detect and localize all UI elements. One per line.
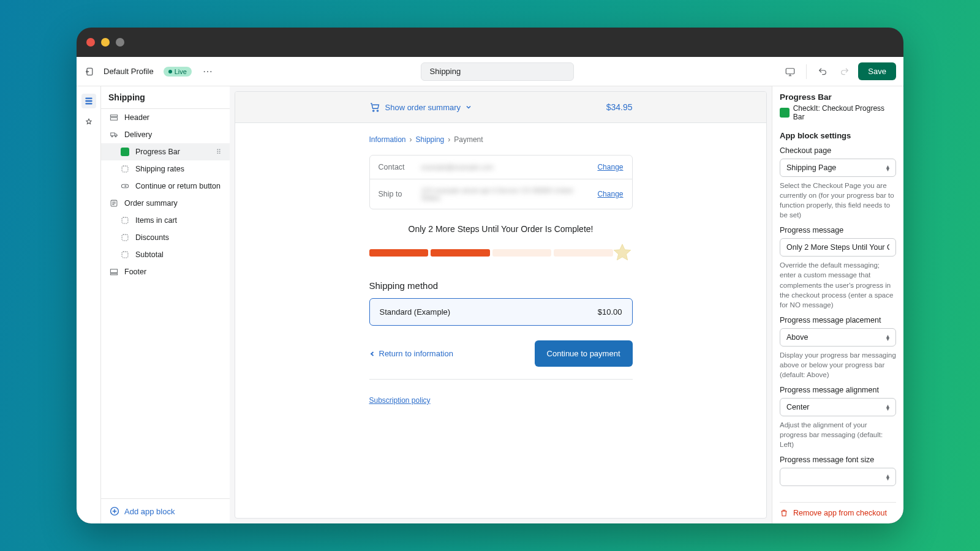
plus-circle-icon	[110, 506, 119, 516]
generic-icon	[121, 250, 129, 259]
svg-rect-14	[122, 252, 128, 258]
chevron-right-icon: ›	[410, 135, 412, 144]
svg-rect-15	[110, 269, 117, 273]
align-label: Progress message alignment	[780, 386, 896, 394]
add-app-block[interactable]: Add app block	[101, 499, 230, 523]
page-select[interactable]: Shipping	[421, 62, 574, 81]
browser-frame: Default Profile Live ⋯ Shipping Save	[77, 28, 903, 523]
generic-icon	[121, 233, 129, 242]
maximize-window[interactable]	[116, 38, 124, 47]
topbar: Default Profile Live ⋯ Shipping Save	[77, 57, 903, 86]
profile-name: Default Profile	[104, 67, 154, 76]
align-select[interactable]: Center▴▾	[780, 398, 896, 416]
app-icon	[121, 148, 129, 156]
header-icon	[110, 113, 118, 122]
contact-change[interactable]: Change	[597, 163, 623, 171]
rates-icon	[121, 165, 129, 173]
rail-sections-icon[interactable]	[81, 94, 96, 108]
show-summary-toggle[interactable]: Show order summary	[369, 102, 472, 113]
select-chevron-icon: ▴▾	[886, 474, 889, 480]
section-progress-bar[interactable]: Progress Bar⠿	[101, 143, 230, 160]
progress-seg-2	[431, 249, 490, 257]
placement-select[interactable]: Above▴▾	[780, 328, 896, 347]
page-select-label: Shipping	[430, 67, 461, 76]
close-window[interactable]	[86, 38, 95, 47]
fontsize-select[interactable]: ▴▾	[780, 468, 896, 486]
undo-icon[interactable]	[814, 63, 831, 80]
rail	[77, 86, 101, 523]
svg-rect-13	[122, 234, 128, 241]
progress-seg-3	[492, 249, 552, 257]
shipping-option[interactable]: Standard (Example) $10.00	[369, 298, 633, 326]
divider	[806, 64, 807, 79]
live-badge: Live	[164, 67, 192, 77]
redo-icon[interactable]	[836, 63, 853, 80]
checkout-page-help: Select the Checkout Page you are current…	[780, 181, 896, 220]
progress-seg-1	[369, 249, 429, 257]
section-delivery[interactable]: Delivery	[101, 126, 230, 143]
section-footer[interactable]: Footer	[101, 263, 230, 280]
section-subtotal[interactable]: Subtotal	[101, 246, 230, 263]
rp-app-row: CheckIt: Checkout Progress Bar	[780, 104, 896, 121]
shipto-row: Ship to 123 example street apt 4 Denver …	[370, 179, 632, 209]
section-shipping-rates[interactable]: Shipping rates	[101, 160, 230, 178]
svg-rect-16	[110, 274, 117, 275]
app-shell: Default Profile Live ⋯ Shipping Save	[77, 57, 903, 523]
crumb-information[interactable]: Information	[369, 135, 406, 144]
chevron-down-icon	[466, 104, 472, 110]
preview-icon[interactable]	[782, 63, 799, 80]
svg-rect-1	[786, 68, 795, 73]
contact-value: example@example.com	[421, 163, 590, 171]
placement-label: Progress message placement	[780, 316, 896, 324]
pmsg-label: Progress message	[780, 226, 896, 234]
chevron-right-icon: ›	[448, 135, 450, 144]
section-order-summary[interactable]: Order summary	[101, 195, 230, 212]
select-chevron-icon: ▴▾	[886, 404, 889, 410]
crumb-shipping: Shipping	[416, 135, 445, 144]
drag-handle-icon[interactable]: ⠿	[216, 148, 221, 156]
exit-icon[interactable]	[84, 66, 95, 77]
minimize-window[interactable]	[101, 38, 110, 47]
continue-button[interactable]: Continue to payment	[535, 340, 633, 367]
svg-point-7	[111, 136, 113, 137]
svg-rect-6	[110, 118, 117, 120]
checkout-preview: Show order summary $34.95 Information › …	[235, 91, 767, 519]
rp-title: Progress Bar	[780, 92, 896, 102]
shipto-change[interactable]: Change	[597, 190, 623, 198]
contact-label: Contact	[379, 163, 414, 171]
save-button[interactable]: Save	[858, 62, 896, 80]
pmsg-input[interactable]: Only 2 More Steps Until Your Order Is	[780, 238, 896, 257]
footer-icon	[110, 268, 118, 276]
subscription-policy-link[interactable]: Subscription policy	[369, 396, 431, 405]
svg-rect-12	[122, 217, 128, 223]
checkout-page-select[interactable]: Shipping Page▴▾	[780, 159, 896, 177]
select-chevron-icon: ▴▾	[886, 334, 889, 340]
svg-rect-4	[85, 103, 92, 104]
order-total: $34.95	[606, 102, 633, 112]
progress-bar	[369, 242, 633, 263]
section-items-in-cart[interactable]: Items in cart	[101, 212, 230, 229]
section-discounts[interactable]: Discounts	[101, 229, 230, 246]
pmsg-help: Override the default messaging; enter a …	[780, 260, 896, 309]
cart-icon	[369, 102, 380, 113]
rp-app-name: CheckIt: Checkout Progress Bar	[793, 104, 896, 121]
section-continue-return[interactable]: Continue or return button	[101, 178, 230, 195]
topbar-actions: Save	[782, 62, 896, 80]
placement-help: Display your progress bar messaging abov…	[780, 350, 896, 380]
fontsize-label: Progress message font size	[780, 455, 896, 464]
svg-point-19	[377, 110, 378, 111]
section-header[interactable]: Header	[101, 109, 230, 126]
return-link[interactable]: Return to information	[369, 349, 453, 358]
rail-settings-icon[interactable]	[81, 116, 96, 130]
shipping-method-heading: Shipping method	[369, 280, 633, 291]
svg-point-18	[372, 110, 374, 111]
progress-message: Only 2 More Steps Until Your Order Is Co…	[369, 224, 633, 234]
main-area: Shipping Header Delivery Progress Bar⠿ S…	[77, 86, 903, 523]
shipping-option-price: $10.00	[598, 307, 622, 317]
shipping-option-name: Standard (Example)	[380, 307, 451, 317]
remove-app-button[interactable]: Remove app from checkout	[780, 502, 896, 517]
contact-box: Contact example@example.com Change Ship …	[369, 155, 633, 209]
rp-section-title: App block settings	[780, 131, 896, 140]
more-menu[interactable]: ⋯	[203, 66, 213, 77]
chevron-left-icon	[369, 351, 375, 357]
